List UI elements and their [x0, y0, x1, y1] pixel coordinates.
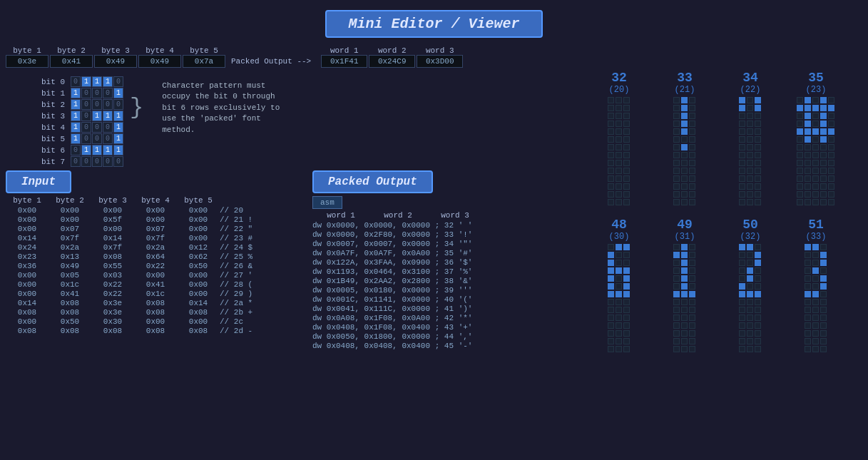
- input-cell-6-1: 0x49: [48, 262, 91, 270]
- bit-cell-4-3[interactable]: 0: [103, 122, 113, 133]
- bit-row-5: 10001: [71, 133, 124, 144]
- pixel-51-11-0: [805, 330, 811, 337]
- pixel-34-13-1: [747, 199, 753, 205]
- char-ascii-35: (23): [806, 85, 827, 95]
- bit-cell-1-2[interactable]: 0: [92, 88, 102, 98]
- pixel-32-6-1: [616, 144, 622, 150]
- pixel-35-1-0: [797, 105, 803, 111]
- pixel-35-7-1: [805, 152, 811, 158]
- pixel-35-8-3: [820, 160, 827, 166]
- pixel-34-13-2: [755, 199, 761, 205]
- input-comment-2: // 22 ": [220, 225, 277, 233]
- pixel-33-11-1: [681, 183, 688, 190]
- bit-cell-4-4[interactable]: 1: [113, 122, 123, 133]
- bit-cell-5-3[interactable]: 0: [103, 133, 113, 144]
- pixel-51-0-0: [805, 244, 811, 250]
- pixel-35-3-1: [805, 121, 811, 127]
- pixel-51-11-2: [820, 330, 827, 337]
- bit-cell-6-1[interactable]: 1: [81, 145, 91, 155]
- char-group-3: 35(23)51(33): [787, 71, 844, 457]
- bit-cell-7-0[interactable]: 0: [71, 156, 81, 167]
- pixel-35-13-1: [805, 199, 811, 205]
- bit-cell-2-1[interactable]: 0: [81, 99, 91, 110]
- bit-cell-1-0[interactable]: 1: [71, 88, 81, 98]
- input-comment-4: // 24 $: [220, 243, 277, 252]
- bit-cell-0-2[interactable]: 1: [92, 76, 102, 87]
- char-ascii-50: (32): [740, 232, 761, 242]
- pixel-50-4-0: [739, 275, 745, 282]
- asm-tab[interactable]: asm: [312, 196, 342, 209]
- pixel-49-7-2: [689, 299, 695, 305]
- pixel-49-1-0: [673, 252, 680, 258]
- char-preview-33: 33(21): [656, 71, 713, 206]
- bit-cell-6-2[interactable]: 1: [92, 145, 102, 155]
- bit-cell-3-4[interactable]: 1: [113, 111, 123, 121]
- input-cell-11-4: 0x08: [177, 308, 220, 317]
- pixel-35-10-3: [820, 175, 827, 182]
- bit-cell-5-2[interactable]: 0: [92, 133, 102, 144]
- packed-arrow-label: Packed Output -->: [231, 57, 311, 66]
- input-table-header: byte 1 byte 2 byte 3 byte 4 byte 5: [6, 196, 301, 205]
- bit-cell-0-3[interactable]: 1: [103, 76, 113, 87]
- bit-cell-1-3[interactable]: 0: [103, 88, 113, 98]
- output-cell-8: dw 0x001C, 0x1141, 0x0000 ; 40 '(': [312, 295, 472, 304]
- pixel-34-6-1: [747, 144, 753, 150]
- char-number-48: 48: [611, 218, 627, 232]
- pixel-49-5-1: [681, 283, 688, 290]
- pixel-49-13-1: [681, 346, 688, 352]
- pixel-35-10-4: [828, 175, 834, 182]
- bit-cell-5-1[interactable]: 0: [81, 133, 91, 144]
- pixel-50-13-1: [747, 346, 753, 352]
- bit-cell-6-4[interactable]: 1: [113, 145, 123, 155]
- pixel-32-3-1: [616, 121, 622, 127]
- pixel-35-11-1: [805, 183, 811, 190]
- bit-row-1: 10001: [71, 88, 124, 98]
- bit-cell-6-0[interactable]: 0: [71, 145, 81, 155]
- pixel-33-0-1: [681, 97, 688, 103]
- bit-row-0: 01110: [71, 76, 124, 87]
- bit-cell-2-3[interactable]: 0: [103, 99, 113, 110]
- char-ascii-32: (20): [609, 85, 630, 95]
- bit-cell-7-1[interactable]: 0: [81, 156, 91, 167]
- bit-cell-6-3[interactable]: 1: [103, 145, 113, 155]
- pixel-33-1-0: [673, 105, 680, 111]
- pixel-50-2-0: [739, 260, 745, 266]
- bit-cell-7-4[interactable]: 0: [113, 156, 123, 167]
- bit-cell-4-1[interactable]: 0: [81, 122, 91, 133]
- bit-cell-2-4[interactable]: 0: [113, 99, 123, 110]
- bit-cell-3-2[interactable]: 1: [92, 111, 102, 121]
- input-cell-11-2: 0x3e: [91, 308, 134, 317]
- output-row: dw 0x1B49, 0x2AA2, 0x2800 ; 38 '&': [312, 277, 579, 285]
- pixel-34-4-2: [755, 128, 761, 135]
- input-cell-10-3: 0x08: [134, 299, 177, 307]
- bit-cell-0-0[interactable]: 0: [71, 76, 81, 87]
- bit-cell-1-1[interactable]: 0: [81, 88, 91, 98]
- input-cell-9-2: 0x22: [91, 290, 134, 298]
- char-preview-48: 48(30): [591, 218, 648, 353]
- pixel-50-5-0: [739, 283, 745, 290]
- pixel-34-0-2: [755, 97, 761, 103]
- pixel-51-6-0: [805, 291, 811, 297]
- bit-cell-5-4[interactable]: 1: [113, 133, 123, 144]
- bit-row-4: 10001: [71, 122, 124, 133]
- bit-note: Character pattern must occupy the bit 0 …: [162, 81, 290, 136]
- pixel-51-13-1: [812, 346, 819, 352]
- bit-cell-3-3[interactable]: 1: [103, 111, 113, 121]
- bit-cell-1-4[interactable]: 1: [113, 88, 123, 98]
- bit-cell-3-0[interactable]: 1: [71, 111, 81, 121]
- bit-cell-2-2[interactable]: 0: [92, 99, 102, 110]
- pixel-48-7-2: [623, 299, 630, 305]
- bit-cell-7-3[interactable]: 0: [103, 156, 113, 167]
- bit-cell-3-1[interactable]: 0: [81, 111, 91, 121]
- bit-cell-5-0[interactable]: 1: [71, 133, 81, 144]
- bit-cell-4-2[interactable]: 0: [92, 122, 102, 133]
- pixel-51-8-1: [812, 307, 819, 313]
- bit-cell-4-0[interactable]: 1: [71, 122, 81, 133]
- bit-cell-2-0[interactable]: 1: [71, 99, 81, 110]
- pixel-49-12-0: [673, 338, 680, 344]
- bit-cell-7-2[interactable]: 0: [92, 156, 102, 167]
- pixel-50-11-2: [755, 330, 761, 337]
- bit-cell-0-1[interactable]: 1: [81, 76, 91, 87]
- pixel-50-7-1: [747, 299, 753, 305]
- bit-cell-0-4[interactable]: 0: [113, 76, 123, 87]
